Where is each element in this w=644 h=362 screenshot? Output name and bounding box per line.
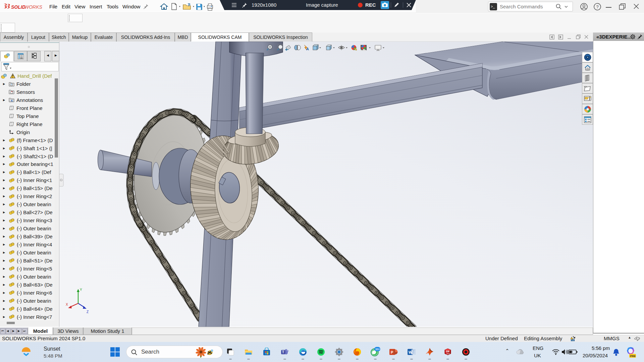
svg-text:Z: Z bbox=[87, 310, 89, 314]
svg-text:99+: 99+ bbox=[375, 348, 380, 351]
svg-text:Y: Y bbox=[80, 288, 82, 292]
svg-text:X: X bbox=[66, 303, 68, 306]
svg-text:WORKS: WORKS bbox=[24, 4, 43, 10]
svg-text:A: A bbox=[11, 99, 13, 102]
svg-text:A: A bbox=[306, 47, 309, 51]
svg-text:SOLID: SOLID bbox=[11, 4, 25, 10]
svg-text:PRE: PRE bbox=[630, 355, 636, 358]
svg-text:?: ? bbox=[596, 4, 599, 9]
svg-text:P: P bbox=[391, 350, 393, 354]
svg-text:SW: SW bbox=[446, 350, 450, 353]
svg-text:W: W bbox=[409, 350, 412, 354]
svg-text:T: T bbox=[282, 350, 284, 354]
svg-text:2024: 2024 bbox=[446, 353, 450, 355]
